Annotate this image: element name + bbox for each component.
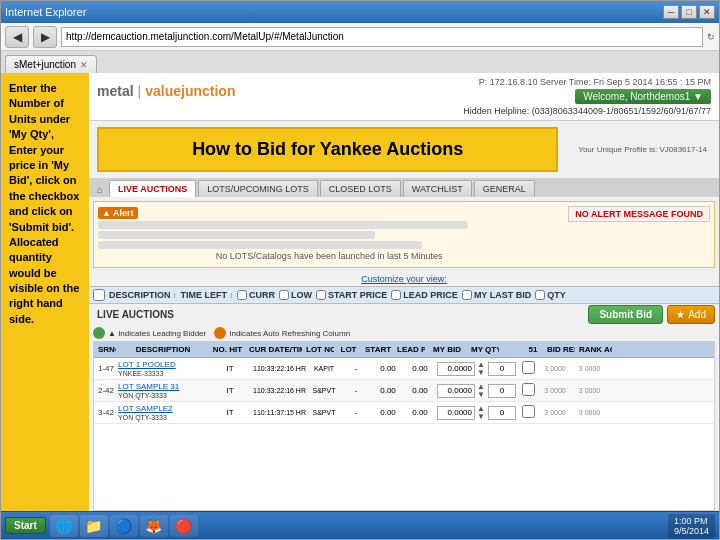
- row-qty-input-3[interactable]: [488, 406, 516, 420]
- th-nohit: NO. HIT: [210, 344, 245, 355]
- maximize-button[interactable]: □: [681, 5, 697, 19]
- minimize-button[interactable]: ─: [663, 5, 679, 19]
- right-content: metal | valuejunction P: 172.16.8.10 Ser…: [89, 73, 719, 511]
- row-checkbox-2[interactable]: [522, 383, 535, 396]
- spin-down-3[interactable]: ▼: [477, 413, 485, 421]
- address-bar: ◀ ▶ ↻: [1, 23, 719, 51]
- welcome-button[interactable]: Welcome, Northdemos1 ▼: [575, 89, 711, 104]
- row-bid-spinner-2: ▲ ▼: [476, 383, 486, 399]
- lot-subdesc-3: YON QTY-3333: [118, 414, 167, 421]
- leading-bidder-label: ▲ Indicates Leading Bidder: [108, 329, 206, 338]
- header-top: metal | valuejunction P: 172.16.8.10 Ser…: [97, 77, 711, 104]
- back-button[interactable]: ◀: [5, 26, 29, 48]
- taskbar-app-orange[interactable]: 🦊: [140, 515, 168, 537]
- mybid-check[interactable]: [462, 290, 472, 300]
- row-qty-2-wrapper: [488, 384, 516, 398]
- row-lead-2: 0.00: [405, 386, 435, 395]
- row-check-cell-1: [518, 361, 538, 376]
- row-time-2: 110:33:22:16 HR: [252, 387, 307, 394]
- th-myqty: MY QTY: [469, 344, 499, 355]
- row-checkbox-3[interactable]: [522, 405, 535, 418]
- sidebar-instructions: Enter the Number of Units under 'My Qty'…: [9, 81, 81, 327]
- lead-check[interactable]: [391, 290, 401, 300]
- refresh-icon[interactable]: ↻: [707, 32, 715, 42]
- tab-close-icon[interactable]: ✕: [80, 60, 88, 70]
- taskbar-app-browser[interactable]: 🌐: [50, 515, 78, 537]
- helpline: Hidden Helpline: (033)8063344009-1/80651…: [97, 106, 711, 116]
- row-curr-2: S&PVT: [309, 387, 339, 394]
- tab-watchlist[interactable]: WATCHLIST: [403, 180, 472, 197]
- taskbar-app-red[interactable]: 🔴: [170, 515, 198, 537]
- row-hitnum-2: IT: [210, 386, 250, 395]
- row-lead-3: 0.00: [405, 408, 435, 417]
- logo-metal: metal: [97, 83, 134, 99]
- browser-tab-bar: sMet+junction ✕: [1, 51, 719, 73]
- row-bid-2-wrapper: ▲ ▼: [437, 383, 486, 399]
- spin-down-2[interactable]: ▼: [477, 391, 485, 399]
- taskbar-apps: 🌐 📁 🔵 🦊 🔴: [50, 515, 198, 537]
- customize-view[interactable]: Customize your view:: [89, 272, 719, 286]
- add-icon: ★: [676, 309, 685, 320]
- tab-lots-upcoming[interactable]: LOTS/UPCOMING LOTS: [198, 180, 318, 197]
- taskbar-right: 1:00 PM 9/5/2014: [668, 514, 715, 538]
- table-row: 1-47 LOT 1 POOLED YNKEE-33333 IT 110:33:…: [94, 358, 714, 380]
- lot-link-3[interactable]: LOT SAMPLE2: [118, 404, 173, 413]
- row-bid-input-3[interactable]: [437, 406, 475, 420]
- row-desc-2: LOT SAMPLE 31 YON QTY-3333: [118, 382, 208, 400]
- row-hitnum-1: IT: [210, 364, 250, 373]
- server-time: P: 172.16.8.10 Server Time: Fri Sep 5 20…: [479, 77, 711, 87]
- taskbar-app-blue[interactable]: 🔵: [110, 515, 138, 537]
- row-qty-input-1[interactable]: [488, 362, 516, 376]
- row-hitnum-3: IT: [210, 408, 250, 417]
- col-header-lead: LEAD PRICE: [391, 290, 458, 300]
- row-qty-3-wrapper: [488, 406, 516, 420]
- spin-down-1[interactable]: ▼: [477, 369, 485, 377]
- row-bid-input-2[interactable]: [437, 384, 475, 398]
- forward-button[interactable]: ▶: [33, 26, 57, 48]
- row-bid-1-wrapper: ▲ ▼: [437, 361, 486, 377]
- tab-general[interactable]: GENERAL: [474, 180, 535, 197]
- title-bar-label: Internet Explorer: [5, 6, 86, 18]
- alert-left: ▲ Alert No LOTS/Catalogs have been launc…: [98, 206, 560, 263]
- close-button[interactable]: ✕: [699, 5, 715, 19]
- row-low-1: -: [341, 364, 371, 373]
- row-low-3: -: [341, 408, 371, 417]
- start-button[interactable]: Start: [5, 517, 46, 534]
- row-start-1: 0.00: [373, 364, 403, 373]
- tab-label: sMet+junction: [14, 59, 76, 70]
- row-checkbox-1[interactable]: [522, 361, 535, 374]
- lot-link-2[interactable]: LOT SAMPLE 31: [118, 382, 179, 391]
- row-result-3: 3 0000: [540, 409, 570, 416]
- th-mybid: MY BID: [427, 344, 467, 355]
- submit-bid-button[interactable]: Submit Bid: [588, 305, 663, 324]
- select-all-checkbox[interactable]: [93, 289, 105, 301]
- th-lotno: LOT NO.: [304, 344, 334, 355]
- row-start-3: 0.00: [373, 408, 403, 417]
- curr-check[interactable]: [237, 290, 247, 300]
- add-button[interactable]: ★ Add: [667, 305, 715, 324]
- th-startprice: START PRICE: [363, 344, 393, 355]
- auto-refresh-legend: Indicates Auto Refreshing Column: [214, 327, 350, 339]
- browser-tab[interactable]: sMet+junction ✕: [5, 55, 97, 73]
- taskbar-app-folder[interactable]: 📁: [80, 515, 108, 537]
- tab-live-auctions[interactable]: LIVE AUCTIONS: [109, 180, 196, 197]
- address-input[interactable]: [61, 27, 703, 47]
- th-leadprice: LEAD PRICE: [395, 344, 425, 355]
- lot-link-1[interactable]: LOT 1 POOLED: [118, 360, 176, 369]
- tab-closed-lots[interactable]: CLOSED LOTS: [320, 180, 401, 197]
- col-header-time: TIME LEFT ↕: [181, 290, 234, 300]
- row-qty-input-2[interactable]: [488, 384, 516, 398]
- auto-refresh-label: Indicates Auto Refreshing Column: [229, 329, 350, 338]
- no-alert-msg: NO ALERT MESSAGE FOUND: [568, 206, 710, 222]
- qty-check[interactable]: [535, 290, 545, 300]
- row-desc-3: LOT SAMPLE2 YON QTY-3333: [118, 404, 208, 422]
- low-check[interactable]: [279, 290, 289, 300]
- row-bid-input-1[interactable]: [437, 362, 475, 376]
- row-curr-1: KAPIT: [309, 365, 339, 372]
- start-check[interactable]: [316, 290, 326, 300]
- title-bar: Internet Explorer ─ □ ✕: [1, 1, 719, 23]
- home-icon[interactable]: ⌂: [93, 182, 107, 197]
- row-rank-1: 3 0000: [572, 365, 607, 372]
- add-label: Add: [688, 309, 706, 320]
- col-header-qty: QTY: [535, 290, 566, 300]
